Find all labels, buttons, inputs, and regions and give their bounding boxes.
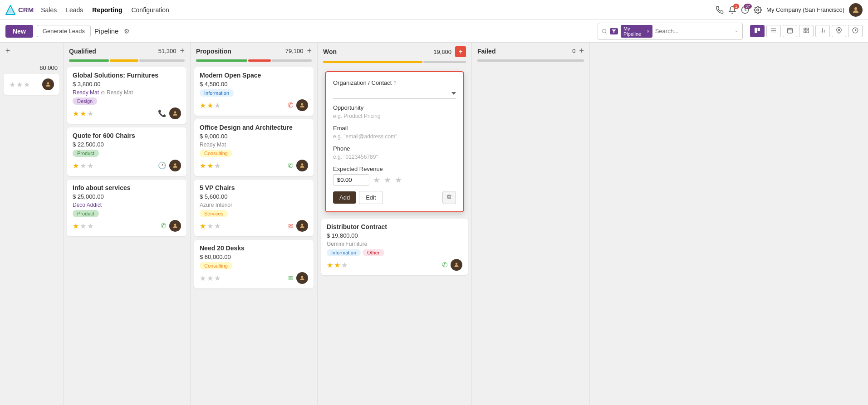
card-stars: ★ ★ ★ <box>200 274 221 283</box>
col-add-qualified[interactable]: + <box>180 46 185 56</box>
svg-point-33 <box>456 263 458 265</box>
map-icon <box>836 27 842 34</box>
progress-seg-gray <box>272 59 312 62</box>
expected-revenue-label: Expected Revenue <box>333 166 456 172</box>
notification-btn[interactable]: 1 <box>728 6 736 14</box>
card-title: Need 20 Desks <box>200 244 308 252</box>
calendar-view-btn[interactable] <box>783 25 797 37</box>
table-row[interactable]: Global Solutions: Furnitures $ 3,800.00 … <box>67 67 186 124</box>
col-total-qualified: 51,300 <box>158 48 177 54</box>
revenue-input[interactable] <box>333 174 369 185</box>
delete-button[interactable] <box>442 191 456 204</box>
col-header-proposition: Proposition 79,100 + <box>191 43 317 59</box>
col-header-won: Won 19,800 + <box>318 43 471 61</box>
col-title-qualified: Qualified <box>69 48 96 55</box>
phone-placeholder: e.g. "0123456789" <box>333 154 456 160</box>
brand-logo[interactable]: CRM <box>5 5 34 15</box>
opportunity-placeholder: e.g. Product Pricing <box>333 113 456 119</box>
table-row[interactable]: Info about services $ 25,000.00 Deco Add… <box>67 180 186 236</box>
search-dropdown-icon[interactable] <box>734 29 739 34</box>
rev-star-1[interactable]: ★ <box>373 175 380 185</box>
rev-star-2[interactable]: ★ <box>384 175 391 185</box>
edit-button[interactable]: Edit <box>359 191 383 204</box>
add-button[interactable]: Add <box>333 191 356 204</box>
filter-tag[interactable]: My Pipeline × <box>621 25 652 38</box>
filter-tag-remove[interactable]: × <box>647 29 649 34</box>
card-stars: ★ ★ ★ <box>73 109 93 118</box>
activity-btn[interactable]: 37 <box>741 6 749 14</box>
settings-icon <box>754 6 762 14</box>
svg-point-30 <box>301 163 304 166</box>
card-title: Global Solutions: Furnitures <box>73 72 181 79</box>
phone-icon-btn[interactable] <box>716 6 724 14</box>
table-row[interactable]: Quote for 600 Chairs $ 22,500.00 Product… <box>67 127 186 176</box>
clock-view-btn[interactable] <box>848 25 863 37</box>
menu-reporting[interactable]: Reporting <box>92 6 122 14</box>
card-avatar <box>169 160 181 171</box>
card-footer: ★ ★ ★ ✆ <box>327 259 462 271</box>
table-row[interactable]: Distributor Contract $ 19,800.00 Gemini … <box>321 219 468 275</box>
cards-partial: ★ ★ ★ <box>0 71 63 405</box>
menu-leads[interactable]: Leads <box>66 6 83 14</box>
kanban-col-proposition: Proposition 79,100 + Modern Open Space $… <box>191 43 318 405</box>
search-input[interactable] <box>655 28 731 34</box>
search-bar: My Pipeline × <box>598 23 743 40</box>
card-actions: ✆ <box>161 220 181 232</box>
settings-btn[interactable] <box>754 6 762 14</box>
toolbar: New Generate Leads Pipeline ⚙ My Pipelin… <box>0 20 868 43</box>
notification-badge: 1 <box>733 4 739 10</box>
clock-action-icon[interactable]: 🕐 <box>158 161 167 170</box>
col-header-partial: + <box>0 43 63 59</box>
card-actions: 📞 <box>158 107 181 119</box>
map-view-btn[interactable] <box>832 25 846 37</box>
kanban-col-qualified: Qualified 51,300 + Global Solutions: Fur… <box>64 43 191 405</box>
table-row[interactable]: Need 20 Desks $ 60,000.00 Consulting ★ ★… <box>194 240 314 288</box>
card-footer: ★ ★ ★ 🕐 <box>73 160 181 171</box>
phone-action-icon[interactable]: ✆ <box>288 101 294 109</box>
col-add-won[interactable]: + <box>455 46 466 57</box>
kanban-view-btn[interactable] <box>750 25 765 37</box>
col-total-failed: 0 <box>572 48 575 54</box>
card-title: Quote for 600 Chairs <box>73 132 181 139</box>
pipeline-settings-icon[interactable]: ⚙ <box>124 28 130 35</box>
list-view-btn[interactable] <box>766 25 781 37</box>
progress-seg-green <box>69 59 109 62</box>
card-actions: 🕐 <box>158 160 181 171</box>
new-button[interactable]: New <box>5 25 33 38</box>
phone-action-icon[interactable]: ✆ <box>442 261 448 269</box>
view-switcher <box>750 25 863 37</box>
top-right-actions: 1 37 My Company (San Francisco) <box>716 3 863 17</box>
col-add-failed[interactable]: + <box>579 46 584 56</box>
mail-action-icon[interactable]: ✉ <box>288 274 294 282</box>
col-add-partial[interactable]: + <box>5 46 10 56</box>
top-navigation: CRM Sales Leads Reporting Configuration … <box>0 0 868 20</box>
rev-star-3[interactable]: ★ <box>395 175 402 185</box>
phone-label: Phone <box>333 145 456 152</box>
card-actions: ✉ <box>288 220 308 232</box>
phone-action-icon[interactable]: ✆ <box>161 222 167 230</box>
generate-leads-button[interactable]: Generate Leads <box>37 25 91 37</box>
table-row[interactable]: Office Design and Architecture $ 9,000.0… <box>194 119 314 176</box>
card-partial-1[interactable]: ★ ★ ★ <box>4 74 59 95</box>
search-icon <box>602 28 607 34</box>
card-actions: ✆ <box>288 99 308 111</box>
cards-won: Organization / Contact ? Opportunity e.g… <box>318 66 471 405</box>
grid-view-btn[interactable] <box>799 25 814 37</box>
card-company: Ready Mat <box>200 142 308 148</box>
chart-view-btn[interactable] <box>815 25 830 37</box>
grid-icon <box>803 27 809 34</box>
menu-sales[interactable]: Sales <box>41 6 57 14</box>
org-contact-select[interactable] <box>333 88 456 99</box>
menu-configuration[interactable]: Configuration <box>131 6 169 14</box>
col-add-proposition[interactable]: + <box>307 46 312 56</box>
phone-action-icon[interactable]: ✆ <box>288 161 294 170</box>
svg-point-26 <box>174 111 177 113</box>
table-row[interactable]: Modern Open Space $ 4,500.00 Information… <box>194 67 314 116</box>
tag-information: Information <box>327 249 361 256</box>
mail-action-icon[interactable]: ✉ <box>288 222 294 229</box>
progress-seg-yellow <box>110 59 138 62</box>
user-avatar[interactable] <box>849 3 863 17</box>
table-row[interactable]: 5 VP Chairs $ 5,600.00 Azure Interior Se… <box>194 180 314 236</box>
phone-action-icon[interactable]: 📞 <box>158 109 167 117</box>
col-total-won: 19,800 <box>433 49 451 55</box>
